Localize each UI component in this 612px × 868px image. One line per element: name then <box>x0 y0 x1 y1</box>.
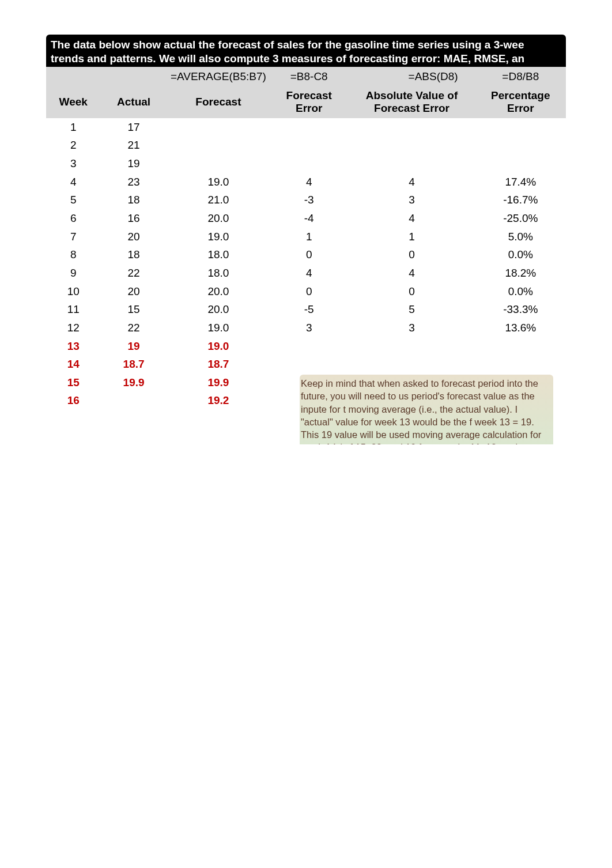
table-row: 92218.04418.2% <box>46 264 566 282</box>
cell-ferr <box>270 154 348 173</box>
cell-actual: 19 <box>100 154 167 173</box>
cell-abs: 5 <box>348 300 475 319</box>
cell-actual: 20 <box>100 282 167 301</box>
formula-row: =AVERAGE(B5:B7) =B8-C8 =ABS(D8) =D8/B8 <box>46 67 566 86</box>
cell-forecast: 19.9 <box>167 373 270 392</box>
table-row: 72019.0115.0% <box>46 228 566 246</box>
title-banner: The data below show actual the forecast … <box>46 35 566 67</box>
cell-week: 7 <box>46 228 100 246</box>
cell-abs <box>348 355 475 373</box>
banner-line2: trends and patterns. We will also comput… <box>51 52 561 66</box>
cell-ferr: -3 <box>270 191 348 209</box>
cell-perr: 0.0% <box>475 282 566 301</box>
cell-actual: 18.7 <box>100 355 167 373</box>
cell-ferr: 4 <box>270 173 348 191</box>
cell-actual: 23 <box>100 173 167 191</box>
cell-week: 9 <box>46 264 100 282</box>
cell-ferr: 3 <box>270 319 348 337</box>
header-abs: Absolute Value of Forecast Error <box>348 86 475 118</box>
cell-abs: 1 <box>348 228 475 246</box>
table-row: 1418.718.7 <box>46 355 566 373</box>
cell-actual: 20 <box>100 228 167 246</box>
cell-forecast <box>167 154 270 173</box>
cell-forecast: 18.7 <box>167 355 270 373</box>
cell-week: 2 <box>46 136 100 154</box>
header-forecast: Forecast <box>167 86 270 118</box>
cell-ferr: -5 <box>270 300 348 319</box>
cell-abs: 3 <box>348 191 475 209</box>
header-row: Week Actual Forecast Forecast Error Abso… <box>46 86 566 118</box>
cell-week: 14 <box>46 355 100 373</box>
formula-perr: =D8/B8 <box>475 67 566 86</box>
cell-actual: 22 <box>100 264 167 282</box>
cell-ferr: -4 <box>270 209 348 228</box>
cell-actual: 19.9 <box>100 373 167 392</box>
table-row: 61620.0-44-25.0% <box>46 209 566 228</box>
cell-abs: 4 <box>348 264 475 282</box>
cell-week: 8 <box>46 246 100 264</box>
header-actual: Actual <box>100 86 167 118</box>
cell-perr: 18.2% <box>475 264 566 282</box>
cell-actual: 22 <box>100 319 167 337</box>
banner-line1: The data below show actual the forecast … <box>51 38 561 52</box>
cell-week: 4 <box>46 173 100 191</box>
cell-forecast: 21.0 <box>167 191 270 209</box>
table-row: 117 <box>46 118 566 137</box>
cell-actual: 17 <box>100 118 167 137</box>
cell-actual: 21 <box>100 136 167 154</box>
callout-note: Keep in mind that when asked to forecast… <box>300 375 553 444</box>
cell-perr: -25.0% <box>475 209 566 228</box>
cell-week: 1 <box>46 118 100 137</box>
table-row: 131919.0 <box>46 337 566 356</box>
formula-blank1 <box>46 67 100 86</box>
table-row: 51821.0-33-16.7% <box>46 191 566 209</box>
cell-abs: 0 <box>348 246 475 264</box>
cell-actual: 19 <box>100 337 167 356</box>
cell-perr: 13.6% <box>475 319 566 337</box>
table-row: 122219.03313.6% <box>46 319 566 337</box>
cell-forecast: 19.0 <box>167 173 270 191</box>
formula-forecast: =AVERAGE(B5:B7) <box>167 67 270 86</box>
spreadsheet-view: The data below show actual the forecast … <box>46 35 566 410</box>
data-table: =AVERAGE(B5:B7) =B8-C8 =ABS(D8) =D8/B8 W… <box>46 67 566 410</box>
cell-perr <box>475 355 566 373</box>
cell-week: 11 <box>46 300 100 319</box>
cell-abs: 4 <box>348 209 475 228</box>
cell-perr: -16.7% <box>475 191 566 209</box>
table-row: 319 <box>46 154 566 173</box>
cell-actual: 16 <box>100 209 167 228</box>
cell-perr: 17.4% <box>475 173 566 191</box>
cell-abs: 3 <box>348 319 475 337</box>
cell-ferr: 4 <box>270 264 348 282</box>
table-row: 221 <box>46 136 566 154</box>
cell-perr <box>475 118 566 137</box>
table-body: 11722131942319.04417.4%51821.0-33-16.7%6… <box>46 118 566 410</box>
cell-week: 12 <box>46 319 100 337</box>
cell-forecast: 19.0 <box>167 228 270 246</box>
cell-forecast <box>167 136 270 154</box>
cell-forecast: 18.0 <box>167 246 270 264</box>
cell-ferr <box>270 136 348 154</box>
cell-forecast: 20.0 <box>167 209 270 228</box>
cell-abs: 0 <box>348 282 475 301</box>
table-row: 42319.04417.4% <box>46 173 566 191</box>
cell-forecast: 18.0 <box>167 264 270 282</box>
cell-abs <box>348 136 475 154</box>
cell-week: 13 <box>46 337 100 356</box>
cell-perr: 5.0% <box>475 228 566 246</box>
cell-abs <box>348 154 475 173</box>
cell-forecast <box>167 118 270 137</box>
cell-forecast: 20.0 <box>167 282 270 301</box>
formula-blank2 <box>100 67 167 86</box>
cell-perr: 0.0% <box>475 246 566 264</box>
cell-ferr <box>270 337 348 356</box>
cell-perr: -33.3% <box>475 300 566 319</box>
cell-actual <box>100 391 167 410</box>
cell-week: 6 <box>46 209 100 228</box>
cell-forecast: 20.0 <box>167 300 270 319</box>
cell-ferr: 0 <box>270 246 348 264</box>
header-week: Week <box>46 86 100 118</box>
cell-perr <box>475 136 566 154</box>
table-row: 111520.0-55-33.3% <box>46 300 566 319</box>
cell-actual: 18 <box>100 191 167 209</box>
